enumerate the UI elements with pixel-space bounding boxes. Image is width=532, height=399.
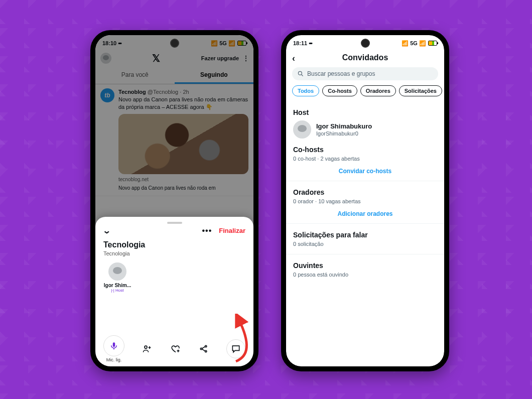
- chip-cohosts[interactable]: Co-hosts: [322, 85, 357, 96]
- requests-subtext: 0 solicitação: [293, 241, 437, 247]
- search-placeholder: Buscar pessoas e grupos: [307, 70, 375, 77]
- invite-cohosts-button[interactable]: Convidar co-hosts: [286, 162, 444, 181]
- tweet-author[interactable]: Tecnoblog: [118, 89, 146, 95]
- section-cohosts: Co-hosts 0 co-host · 2 vagas abertas: [286, 146, 444, 162]
- section-requests: Solicitações para falar 0 solicitação: [286, 231, 444, 247]
- participant-role: |·| Host: [103, 288, 131, 293]
- section-listeners-title: Ouvintes: [293, 261, 437, 270]
- listeners-subtext: 0 pessoa está ouvindo: [293, 272, 437, 278]
- sheet-drag-handle[interactable]: [167, 222, 182, 224]
- invite-people-icon[interactable]: [141, 343, 153, 355]
- host-handle: IgorShimabukur0: [316, 130, 372, 137]
- host-avatar: [293, 120, 311, 139]
- divider: [286, 254, 444, 254]
- comment-icon[interactable]: [226, 339, 245, 358]
- section-speakers: Oradores 0 orador · 10 vagas abertas: [286, 188, 444, 204]
- svg-point-12: [298, 71, 302, 75]
- page-title: Convidados: [342, 53, 388, 62]
- svg-point-8: [205, 345, 207, 347]
- speakers-subtext: 0 orador · 10 vagas abertas: [293, 198, 437, 204]
- share-icon[interactable]: [198, 343, 210, 355]
- chip-todos[interactable]: Todos: [292, 85, 319, 96]
- section-listeners: Ouvintes 0 pessoa está ouvindo: [286, 261, 444, 278]
- spaces-bottom-sheet: ⌄ ••• Finalizar Tecnologia Tecnologia Ig…: [95, 217, 253, 366]
- space-title: Tecnologia: [103, 240, 245, 249]
- screen-right: 18:11 ••• 📶 5G 📶 ‹ Convidados Buscar pes…: [286, 35, 444, 366]
- section-cohosts-title: Co-hosts: [293, 146, 437, 154]
- search-icon: [297, 70, 304, 77]
- tweet-time: 2h: [183, 89, 189, 95]
- app-header: 𝕏 Fazer upgrade ⋮: [95, 49, 253, 67]
- svg-point-7: [201, 348, 202, 349]
- battery-icon: [237, 41, 246, 46]
- screen-left: 18:10 ••• 📶 5G 📶 𝕏 Fazer upgrade ⋮ Para …: [95, 35, 253, 366]
- front-camera: [361, 39, 370, 48]
- tweet-text: Novo app da Canon para lives não roda em…: [118, 96, 248, 111]
- participant-host[interactable]: Igor Shim... |·| Host: [103, 262, 131, 293]
- upgrade-button[interactable]: Fazer upgrade: [201, 55, 239, 61]
- chip-solicitacoes[interactable]: Solicitações: [399, 85, 442, 96]
- network-label: 📶 5G 📶: [211, 40, 235, 47]
- tweet-card-title: Novo app da Canon para lives não roda em: [118, 185, 248, 192]
- react-heart-icon[interactable]: [170, 343, 182, 355]
- profile-avatar[interactable]: [100, 53, 111, 64]
- guests-header: ‹ Convidados: [286, 49, 444, 67]
- section-speakers-title: Oradores: [293, 188, 437, 196]
- host-user-row[interactable]: Igor Shimabukuro IgorShimabukur0: [293, 120, 437, 139]
- tweet-card-image[interactable]: [118, 114, 248, 174]
- back-button[interactable]: ‹: [292, 53, 295, 64]
- section-host-title: Host: [293, 108, 437, 116]
- search-input[interactable]: Buscar pessoas e grupos: [292, 67, 438, 80]
- svg-line-11: [202, 349, 205, 351]
- participant-name: Igor Shim...: [103, 283, 131, 288]
- more-icon[interactable]: •••: [202, 226, 212, 235]
- battery-icon: [428, 41, 437, 46]
- svg-point-2: [145, 346, 147, 348]
- space-category: Tecnologia: [103, 250, 245, 256]
- front-camera: [170, 39, 179, 48]
- tweet-handle: @Tecnoblog: [148, 89, 178, 95]
- section-host: Host Igor Shimabukuro IgorShimabukur0: [286, 108, 444, 139]
- svg-line-13: [302, 75, 303, 76]
- tweet-avatar[interactable]: tb: [100, 88, 114, 102]
- add-speakers-button[interactable]: Adicionar oradores: [286, 204, 444, 224]
- more-options-icon[interactable]: ⋮: [243, 55, 248, 62]
- participant-avatar: [108, 262, 126, 281]
- status-time: 18:10 •••: [102, 40, 121, 46]
- host-name: Igor Shimabukuro: [316, 122, 372, 130]
- tab-for-you[interactable]: Para você: [95, 67, 175, 84]
- section-requests-title: Solicitações para falar: [293, 231, 437, 239]
- status-time: 18:11 •••: [293, 40, 312, 46]
- svg-point-9: [205, 350, 207, 352]
- feed-tabs: Para você Seguindo: [95, 67, 253, 84]
- chip-oradores[interactable]: Oradores: [360, 85, 396, 96]
- phone-frame-right: 18:11 ••• 📶 5G 📶 ‹ Convidados Buscar pes…: [281, 30, 449, 371]
- x-logo-icon[interactable]: 𝕏: [152, 52, 160, 64]
- mic-label: Mic. lig.: [106, 357, 122, 362]
- phone-frame-left: 18:10 ••• 📶 5G 📶 𝕏 Fazer upgrade ⋮ Para …: [90, 30, 258, 371]
- network-label: 📶 5G 📶: [402, 40, 426, 47]
- cohosts-subtext: 0 co-host · 2 vagas abertas: [293, 156, 437, 162]
- svg-line-10: [202, 347, 205, 348]
- mic-button[interactable]: [103, 335, 124, 356]
- svg-rect-0: [113, 342, 115, 347]
- tab-following[interactable]: Seguindo: [175, 67, 254, 84]
- tweet-card-domain: tecnoblog.net: [118, 176, 248, 183]
- filter-chips: Todos Co-hosts Oradores Solicitações: [286, 80, 444, 101]
- collapse-chevron-icon[interactable]: ⌄: [102, 226, 111, 235]
- tweet[interactable]: tb Tecnoblog @Tecnoblog · 2h Novo app da…: [95, 84, 253, 196]
- end-space-button[interactable]: Finalizar: [219, 227, 245, 234]
